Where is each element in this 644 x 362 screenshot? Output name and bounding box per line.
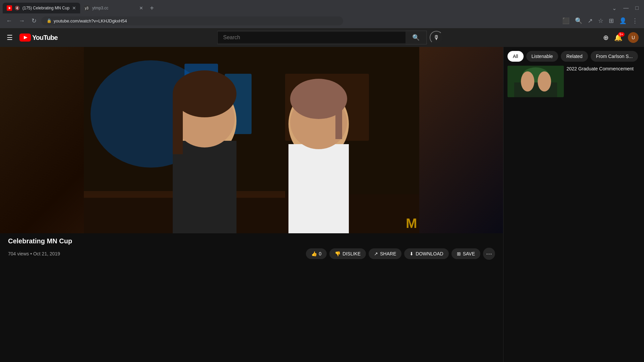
svg-point-27 (521, 71, 534, 92)
tab-2-title: ytmp3.cc (92, 6, 137, 10)
toolbar-right: ⬛ 🔍 ↗ ☆ ⊞ 👤 ⋮ (560, 16, 640, 26)
back-button[interactable]: ← (4, 16, 14, 26)
search-container: 🔍 🎙 (63, 31, 598, 45)
lock-icon: 🔒 (47, 18, 52, 23)
filter-related[interactable]: Related (561, 51, 588, 62)
svg-rect-11 (84, 194, 419, 233)
filter-all[interactable]: All (507, 51, 524, 62)
extension-button[interactable]: ⊞ (607, 16, 616, 26)
related-video-1[interactable]: 2022 Graduate Commencement (507, 66, 640, 97)
related-thumb-img-1 (507, 66, 564, 97)
related-video-1-title: 2022 Graduate Commencement (567, 66, 640, 72)
browser-chrome: 🔇 (175) Celebrating MN Cup ✕ y3 ytmp3.cc… (0, 0, 644, 28)
notifications-button[interactable]: 🔔 9+ (614, 34, 623, 42)
search-box[interactable]: 🔍 (217, 31, 427, 45)
download-label: DOWNLOAD (416, 251, 443, 256)
like-count: 0 (319, 251, 322, 256)
save-label: SAVE (463, 251, 475, 256)
video-title: Celebrating MN Cup (8, 237, 495, 245)
filter-tabs: All Listenable Related From Carlson S...… (507, 51, 640, 62)
video-placeholder: M (0, 47, 503, 233)
search-button[interactable]: 🔍 (406, 31, 427, 44)
video-views-date: 704 views • Oct 21, 2019 (8, 251, 60, 256)
sidebar: All Listenable Related From Carlson S...… (503, 47, 644, 362)
svg-text:M: M (406, 216, 417, 231)
related-video-1-info: 2022 Graduate Commencement (567, 66, 640, 97)
url-field[interactable]: 🔒 youtube.com/watch?v=LKHJDgkxH54 (41, 16, 343, 25)
youtube-logo-text: YouTube (32, 34, 58, 42)
tab-1-favicon (7, 5, 12, 11)
dislike-label: DISLIKE (342, 251, 361, 256)
tab-1-mute-icon: 🔇 (15, 6, 20, 10)
thumbs-up-icon: 👍 (311, 251, 317, 256)
download-icon: ⬇ (410, 251, 414, 256)
video-section: M Celebrating MN Cup 704 views • Oct 21,… (0, 47, 503, 362)
address-bar: ← → ↻ 🔒 youtube.com/watch?v=LKHJDgkxH54 … (0, 13, 644, 28)
tab-end-controls: ⌄ — □ (609, 4, 641, 13)
mic-button[interactable]: 🎙 (430, 31, 443, 44)
thumbs-down-icon: 👎 (335, 251, 340, 256)
video-meta-row: 704 views • Oct 21, 2019 👍 0 👎 DISLIKE ↗… (8, 248, 495, 260)
share-button[interactable]: ↗ SHARE (369, 248, 401, 259)
video-player[interactable]: M (0, 47, 503, 233)
youtube-logo[interactable]: YouTube (19, 34, 58, 42)
tab-2-inactive[interactable]: y3 ytmp3.cc ✕ (80, 3, 147, 13)
profile-button[interactable]: 👤 (617, 16, 629, 26)
svg-rect-14 (173, 141, 236, 233)
dislike-button[interactable]: 👎 DISLIKE (329, 248, 366, 259)
tab-1-title: (175) Celebrating MN Cup (22, 6, 69, 10)
new-tab-button[interactable]: + (147, 3, 157, 13)
svg-rect-19 (288, 144, 349, 233)
svg-rect-22 (335, 99, 342, 139)
tab-bar: 🔇 (175) Celebrating MN Cup ✕ y3 ytmp3.cc… (0, 0, 644, 13)
menu-dots-button[interactable]: ⋮ (630, 16, 640, 26)
main-layout: M Celebrating MN Cup 704 views • Oct 21,… (0, 47, 644, 362)
bookmark-button[interactable]: ☆ (596, 16, 605, 26)
header-right: ⊕ 🔔 9+ U (603, 32, 639, 43)
minimize-button[interactable]: — (621, 4, 631, 13)
forward-button[interactable]: → (17, 16, 27, 26)
share-button[interactable]: ↗ (586, 16, 595, 26)
filter-listenable[interactable]: Listenable (526, 51, 558, 62)
video-image-area: M (0, 47, 503, 233)
search-input[interactable] (218, 32, 406, 43)
tab-list-button[interactable]: ⌄ (609, 4, 619, 13)
youtube-header: ☰ YouTube 🔍 🎙 ⊕ 🔔 9+ U (0, 28, 644, 47)
maximize-button[interactable]: □ (633, 4, 641, 13)
create-button[interactable]: ⊕ (603, 34, 609, 42)
more-actions-button[interactable]: ⋯ (483, 248, 495, 260)
download-button[interactable]: ⬇ DOWNLOAD (404, 248, 448, 259)
save-icon: ⊞ (457, 251, 461, 256)
svg-rect-17 (173, 94, 183, 154)
search-lens-button[interactable]: 🔍 (573, 16, 584, 26)
svg-text:y3: y3 (85, 6, 89, 10)
refresh-button[interactable]: ↻ (30, 16, 39, 26)
related-video-1-thumbnail (507, 66, 564, 97)
tab-2-close[interactable]: ✕ (139, 5, 143, 11)
tab-2-favicon: y3 (84, 5, 90, 11)
share-label: SHARE (380, 251, 396, 256)
youtube-logo-icon (19, 34, 31, 42)
notification-badge: 9+ (618, 32, 625, 37)
video-info: Celebrating MN Cup 704 views • Oct 21, 2… (0, 233, 503, 264)
create-icon: ⊕ (603, 34, 609, 41)
video-frame: M (0, 47, 503, 233)
like-button[interactable]: 👍 0 (306, 248, 327, 259)
menu-hamburger-icon[interactable]: ☰ (5, 32, 14, 43)
url-text: youtube.com/watch?v=LKHJDgkxH54 (54, 18, 127, 23)
tab-1-active[interactable]: 🔇 (175) Celebrating MN Cup ✕ (3, 3, 80, 13)
svg-point-28 (538, 71, 551, 92)
filter-from-carlson[interactable]: From Carlson S... (591, 51, 638, 62)
video-actions: 👍 0 👎 DISLIKE ↗ SHARE ⬇ DOWNLOAD (306, 248, 495, 260)
user-avatar[interactable]: U (628, 32, 639, 43)
save-button[interactable]: ⊞ SAVE (451, 248, 480, 259)
share-icon: ↗ (374, 251, 378, 256)
ellipsis-icon: ⋯ (486, 250, 492, 257)
cast-button[interactable]: ⬛ (560, 16, 572, 26)
tab-1-close[interactable]: ✕ (72, 5, 76, 11)
